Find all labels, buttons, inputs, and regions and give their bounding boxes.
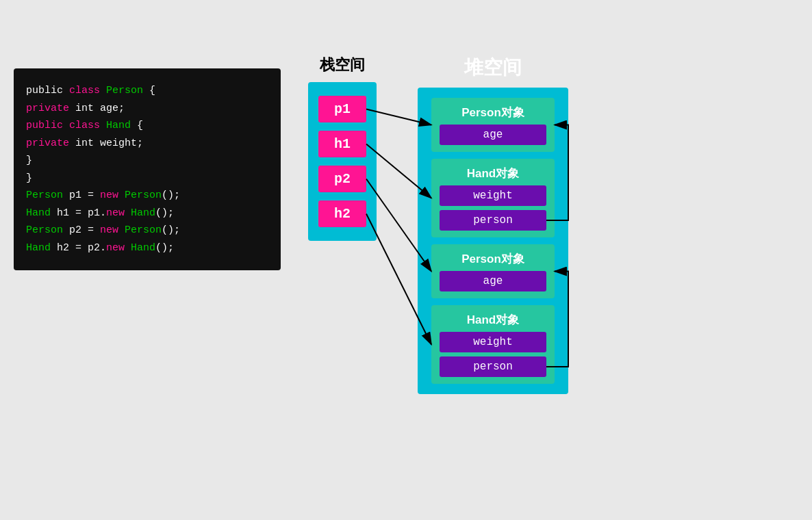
- stack-label: 栈空间: [320, 55, 365, 75]
- diagram-area: 栈空间 p1 h1 p2 h2 堆空间 Person对象 age: [308, 27, 568, 394]
- hand-object-1-weight: weight: [440, 185, 546, 206]
- hand-object-2: Hand对象 weight person: [431, 305, 555, 384]
- stack-container: 栈空间 p1 h1 p2 h2: [308, 55, 377, 241]
- main-container: public class Person { private int age; p…: [0, 0, 812, 520]
- person-object-2-title: Person对象: [440, 251, 546, 267]
- heap-label: 堆空间: [464, 55, 522, 81]
- stack-item-p2: p2: [318, 166, 366, 192]
- person-object-1: Person对象 age: [431, 98, 555, 152]
- stack-item-h1: h1: [318, 131, 366, 157]
- stack-box: p1 h1 p2 h2: [308, 82, 377, 241]
- person-object-1-age: age: [440, 125, 546, 145]
- hand-object-1-title: Hand对象: [440, 166, 546, 181]
- hand-object-2-title: Hand对象: [440, 312, 546, 328]
- hand-object-2-person: person: [440, 356, 546, 377]
- stack-item-p1: p1: [318, 96, 366, 122]
- code-block: public class Person { private int age; p…: [14, 68, 281, 270]
- person-object-2: Person对象 age: [431, 244, 555, 298]
- hand-object-2-weight: weight: [440, 332, 546, 352]
- stack-item-h2: h2: [318, 200, 366, 227]
- hand-object-1-person: person: [440, 210, 546, 231]
- person-object-1-title: Person对象: [440, 105, 546, 120]
- heap-box: Person对象 age Hand对象 weight person Person…: [418, 88, 568, 394]
- person-object-2-age: age: [440, 271, 546, 291]
- heap-section: 堆空间 Person对象 age Hand对象 weight person Pe…: [418, 55, 568, 394]
- hand-object-1: Hand对象 weight person: [431, 159, 555, 237]
